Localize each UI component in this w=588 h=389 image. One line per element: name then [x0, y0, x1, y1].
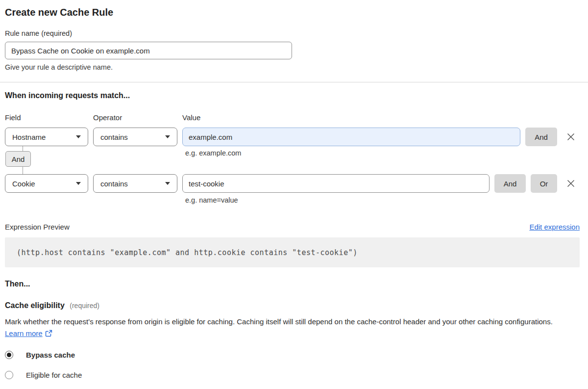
radio-dot [7, 353, 11, 357]
cache-eligibility-title: Cache eligibility [5, 301, 65, 310]
cache-eligibility-description: Mark whether the request’s response from… [5, 316, 573, 340]
cache-eligibility-heading: Cache eligibility (required) [5, 301, 580, 311]
and-button-row-1[interactable]: And [525, 128, 557, 146]
value-hint-1: e.g. example.com [185, 149, 241, 157]
page-title: Create new Cache Rule [5, 6, 580, 19]
remove-condition-2-button[interactable] [562, 174, 580, 193]
required-tag: (required) [70, 302, 99, 310]
radio-unselected-icon[interactable] [5, 371, 13, 379]
radio-label-eligible-for-cache[interactable]: Eligible for cache [26, 371, 82, 379]
description-text: Mark whether the request’s response from… [5, 317, 553, 326]
expression-code-block: (http.host contains "example.com" and ht… [5, 237, 580, 267]
match-heading: When incoming requests match... [5, 91, 580, 101]
operator-select-1[interactable]: contains [93, 128, 177, 146]
radio-option-bypass-cache[interactable]: Bypass cache [5, 351, 580, 359]
rule-name-input[interactable] [5, 42, 292, 59]
value-column-label: Value [182, 113, 200, 122]
remove-condition-1-button[interactable] [562, 128, 580, 146]
operator-column-label: Operator [93, 113, 182, 122]
field-select-2[interactable]: Cookie [5, 174, 88, 193]
rule-name-helper: Give your rule a descriptive name. [5, 63, 580, 72]
then-heading: Then... [5, 279, 580, 289]
operator-select-1-value: contains [100, 133, 128, 141]
value-hint-2: e.g. name=value [185, 196, 580, 205]
external-link-icon [45, 329, 52, 340]
chevron-down-icon [76, 182, 81, 185]
or-button-row-2[interactable]: Or [531, 174, 557, 193]
chevron-down-icon [165, 135, 170, 138]
value-input-2[interactable] [182, 174, 490, 193]
edit-expression-link[interactable]: Edit expression [529, 223, 580, 231]
condition-row-1: Hostname contains And [5, 128, 580, 146]
close-icon [566, 132, 575, 141]
operator-select-2-value: contains [100, 180, 128, 188]
condition-row-2: Cookie contains And Or [5, 174, 580, 193]
connector-line [23, 167, 23, 174]
condition-connector-area: e.g. example.com And [5, 146, 580, 174]
rule-name-label: Rule name (required) [5, 29, 580, 38]
radio-label-bypass-cache[interactable]: Bypass cache [26, 351, 75, 359]
field-select-2-value: Cookie [12, 180, 35, 188]
connector-and-toggle[interactable]: And [5, 151, 31, 167]
section-divider [0, 82, 588, 82]
chevron-down-icon [76, 135, 81, 138]
expression-code: (http.host contains "example.com" and ht… [17, 248, 358, 257]
close-icon [566, 179, 575, 188]
field-select-1[interactable]: Hostname [5, 128, 88, 146]
connector-line [23, 146, 23, 151]
learn-more-link[interactable]: Learn more [5, 329, 43, 337]
chevron-down-icon [165, 182, 170, 185]
operator-select-2[interactable]: contains [93, 174, 177, 193]
expression-preview-label: Expression Preview [5, 222, 70, 232]
value-input-1[interactable] [182, 128, 520, 146]
field-column-label: Field [5, 113, 93, 122]
and-button-row-2[interactable]: And [494, 174, 526, 193]
field-select-1-value: Hostname [12, 133, 46, 141]
expression-preview-header: Expression Preview Edit expression [5, 222, 580, 232]
radio-option-eligible-for-cache[interactable]: Eligible for cache [5, 371, 580, 379]
condition-column-headers: Field Operator Value [5, 113, 580, 122]
radio-selected-icon[interactable] [5, 351, 13, 359]
create-cache-rule-page: Create new Cache Rule Rule name (require… [0, 6, 588, 379]
